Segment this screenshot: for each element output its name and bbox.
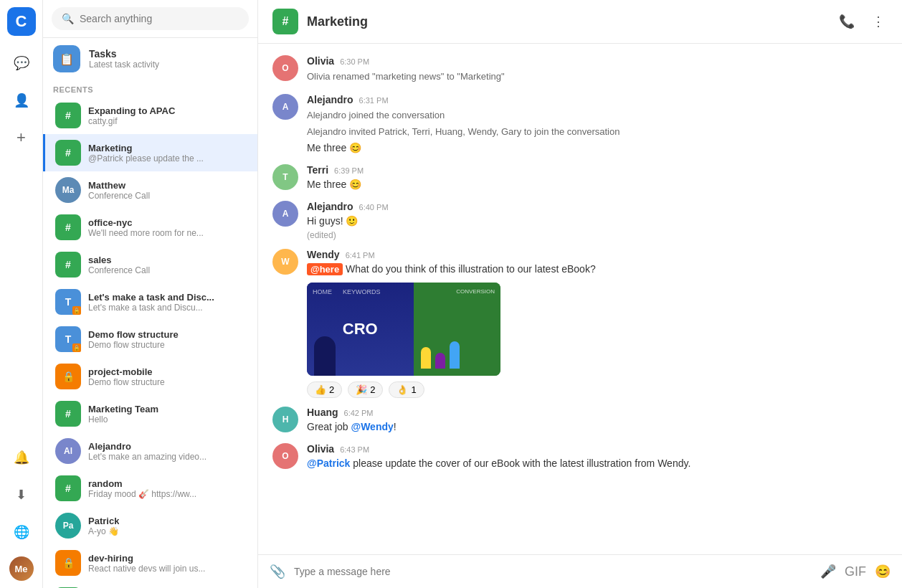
lock-icon: 🔒 — [55, 364, 81, 389]
sidebar-item-demo-flow[interactable]: T 🔒 Demo flow structure Demo flow struct… — [43, 321, 257, 358]
sidebar-item-expanding-apac[interactable]: # Expanding to APAC catty.gif — [43, 97, 257, 134]
message-time: 6:43 PM — [340, 445, 369, 454]
sidebar-item-patrick[interactable]: Pa Patrick A-yo 👋 — [43, 507, 257, 544]
message-author: Olivia — [307, 55, 334, 67]
channel-hash-icon: # — [55, 140, 81, 166]
message-row: O Olivia 6:30 PM Olivia renamed "marketi… — [272, 55, 888, 85]
sidebar-item-random[interactable]: # random Friday mood 🎸 https://ww... — [43, 470, 257, 507]
tasks-title: Tasks — [89, 48, 159, 60]
message-time: 6:31 PM — [359, 96, 389, 105]
channel-hash-icon: # — [55, 475, 81, 501]
channel-title: Marketing — [307, 14, 827, 29]
sidebar-list: 📋 Tasks Latest task activity RECENTS # E… — [43, 38, 257, 588]
message-author: Huang — [307, 407, 338, 418]
ebook-image: HOME KEYWORDS CRO — [307, 283, 500, 376]
globe-nav-icon[interactable]: 🌐 — [9, 519, 34, 545]
sidebar-item-marketing[interactable]: # Marketing @Patrick please update the .… — [43, 134, 257, 171]
lock-badge: 🔒 — [72, 306, 81, 315]
message-input[interactable] — [294, 566, 812, 577]
reactions: 👍 2 🎉 2 👌 1 — [307, 381, 888, 398]
user-avatar[interactable]: Me — [9, 556, 34, 581]
lock-icon: 🔒 — [55, 550, 81, 576]
chat-header: # Marketing 📞 ⋮ — [258, 0, 902, 44]
search-icon: 🔍 — [62, 13, 74, 24]
alejandro-avatar: Al — [55, 438, 81, 464]
sidebar-item-support[interactable]: # support 15 min respose time is a ne... — [43, 582, 257, 588]
here-mention: @here — [307, 263, 343, 275]
lock-badge: 🔒 — [72, 343, 81, 352]
contacts-nav-icon[interactable]: 👤 — [9, 87, 34, 113]
message-time: 6:40 PM — [359, 203, 389, 212]
message-text: Me three 😊 — [307, 177, 888, 192]
chat-nav-icon[interactable]: 💬 — [9, 50, 34, 76]
message-text: Me three 😊 — [307, 141, 888, 156]
more-options-button[interactable]: ⋮ — [869, 11, 888, 32]
channel-header-icon: # — [272, 9, 298, 34]
tasks-icon: 📋 — [53, 45, 80, 72]
attach-button[interactable]: 📎 — [270, 564, 285, 579]
call-button[interactable]: 📞 — [836, 11, 858, 32]
add-nav-icon[interactable]: + — [9, 125, 34, 151]
ok-reaction[interactable]: 👌 1 — [389, 381, 424, 398]
alejandro-avatar: A — [272, 201, 298, 227]
chat-messages: O Olivia 6:30 PM Olivia renamed "marketi… — [258, 44, 902, 554]
patrick-avatar: Pa — [55, 513, 81, 539]
nav-bar: C 💬 👤 + 🔔 ⬇ 🌐 Me — [0, 0, 43, 588]
sidebar-item-matthew[interactable]: Ma Matthew Conference Call — [43, 171, 257, 209]
sidebar-item-alejandro[interactable]: Al Alejandro Let's make an amazing video… — [43, 432, 257, 470]
message-text: @Patrick please update the cover of our … — [307, 456, 888, 471]
olivia-avatar: O — [272, 55, 298, 81]
message-edited: (edited) — [307, 230, 888, 240]
app-logo[interactable]: C — [7, 7, 36, 36]
alejandro-avatar: A — [272, 94, 298, 120]
wendy-avatar: W — [272, 249, 298, 275]
message-row: O Olivia 6:43 PM @Patrick please update … — [272, 443, 888, 471]
main-chat-area: # Marketing 📞 ⋮ O Olivia 6:30 PM Olivia … — [258, 0, 902, 588]
mic-button[interactable]: 🎤 — [820, 564, 836, 579]
message-text: Olivia renamed "marketing news" to "Mark… — [307, 68, 888, 85]
message-text: Alejandro invited Patrick, Terri, Huang,… — [307, 123, 888, 141]
tasks-subtitle: Latest task activity — [89, 60, 159, 70]
message-row: A Alejandro 6:31 PM Alejandro joined the… — [272, 94, 888, 156]
download-nav-icon[interactable]: ⬇ — [9, 482, 34, 508]
message-row: T Terri 6:39 PM Me three 😊 — [272, 164, 888, 192]
sidebar-item-office-nyc[interactable]: # office-nyc We'll need more room for ne… — [43, 209, 257, 246]
message-time: 6:42 PM — [344, 409, 374, 417]
gif-button[interactable]: GIF — [845, 564, 866, 579]
patrick-mention: @Patrick — [307, 457, 350, 469]
matthew-avatar: Ma — [55, 177, 81, 203]
chat-input-bar: 📎 🎤 GIF 😊 — [258, 554, 902, 588]
message-text: Hi guys! 🙂 — [307, 214, 888, 229]
sidebar: 🔍 📋 Tasks Latest task activity RECENTS #… — [43, 0, 258, 588]
tasks-item[interactable]: 📋 Tasks Latest task activity — [43, 38, 257, 80]
channel-hash-icon: # — [55, 103, 81, 128]
sidebar-item-project-mobile[interactable]: 🔒 project-mobile Demo flow structure — [43, 358, 257, 395]
message-author: Wendy — [307, 249, 340, 260]
huang-avatar: H — [272, 407, 298, 432]
sidebar-item-lets-make-task[interactable]: T 🔒 Let's make a task and Disc... Let's … — [43, 283, 257, 321]
thumbsup-reaction[interactable]: 👍 2 — [307, 381, 342, 398]
emoji-button[interactable]: 😊 — [875, 564, 891, 579]
channel-hash-icon: # — [55, 401, 81, 427]
party-reaction[interactable]: 🎉 2 — [348, 381, 383, 398]
message-text: Great job @Wendy! — [307, 419, 888, 435]
channel-hash-icon: # — [55, 252, 81, 278]
terri-avatar: T — [272, 164, 298, 190]
message-author: Alejandro — [307, 94, 353, 105]
message-row: W Wendy 6:41 PM @here What do you think … — [272, 249, 888, 398]
sidebar-item-marketing-team[interactable]: # Marketing Team Hello — [43, 395, 257, 432]
wendy-mention: @Wendy — [351, 421, 393, 432]
message-row: H Huang 6:42 PM Great job @Wendy! — [272, 407, 888, 435]
message-row: A Alejandro 6:40 PM Hi guys! 🙂 (edited) — [272, 201, 888, 240]
message-text: Alejandro joined the conversation — [307, 107, 888, 124]
message-author: Olivia — [307, 443, 334, 455]
message-text: @here What do you think of this illustra… — [307, 262, 888, 277]
sidebar-item-sales[interactable]: # sales Conference Call — [43, 246, 257, 283]
channel-hash-icon: # — [55, 214, 81, 240]
bell-nav-icon[interactable]: 🔔 — [9, 445, 34, 470]
message-author: Terri — [307, 164, 328, 176]
sidebar-item-dev-hiring[interactable]: 🔒 dev-hiring React native devs will join… — [43, 544, 257, 582]
message-time: 6:41 PM — [346, 251, 375, 260]
search-input[interactable] — [80, 13, 239, 24]
olivia-avatar: O — [272, 443, 298, 469]
